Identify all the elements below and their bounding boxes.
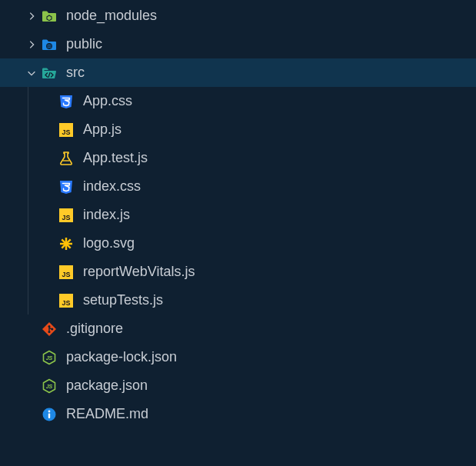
file-explorer-tree: node_modulespublicsrcApp.cssJSApp.jsApp.… (0, 2, 476, 428)
indent-guide (28, 172, 28, 201)
tree-item-label: logo.svg (83, 235, 135, 251)
indent-guide (28, 144, 28, 172)
svg-icon (58, 236, 74, 251)
svg-point-9 (65, 242, 68, 245)
tree-item-package-json[interactable]: JSpackage.json (0, 371, 476, 400)
js-icon: JS (58, 208, 74, 223)
tree-item-app-test-js[interactable]: App.test.js (0, 144, 476, 172)
js-icon: JS (58, 293, 74, 308)
info-icon (42, 407, 57, 422)
tree-item-logo-svg[interactable]: logo.svg (0, 229, 476, 258)
tree-item-label: App.js (83, 121, 121, 138)
indent-guide (28, 229, 28, 258)
svg-rect-21 (48, 413, 50, 418)
svg-point-15 (48, 331, 51, 333)
test-icon (58, 151, 74, 166)
tree-item-index-css[interactable]: index.css (0, 172, 476, 201)
svg-text:JS: JS (62, 128, 70, 135)
indent-guide (28, 115, 28, 144)
indent-guide (28, 258, 28, 286)
folder-public-icon (42, 37, 57, 52)
tree-item-public[interactable]: public (0, 30, 476, 58)
svg-text:JS: JS (46, 384, 53, 389)
svg-point-14 (48, 325, 51, 328)
tree-item-label: README.md (66, 406, 148, 422)
tree-item-readme-md[interactable]: README.md (0, 400, 476, 428)
tree-item-label: index.css (83, 178, 141, 195)
indent-guide (28, 87, 28, 115)
tree-item-label: public (66, 36, 102, 52)
tree-item-src[interactable]: src (0, 58, 476, 87)
svg-point-20 (48, 410, 51, 412)
svg-text:JS: JS (62, 213, 70, 221)
folder-node-icon (42, 8, 57, 24)
tree-item-setuptests-js[interactable]: JSsetupTests.js (0, 286, 476, 315)
js-icon: JS (58, 122, 74, 138)
tree-item-label: App.test.js (83, 150, 148, 166)
tree-item-label: package-lock.json (66, 349, 177, 365)
nodejs-icon: JS (42, 350, 57, 365)
tree-item-app-js[interactable]: JSApp.js (0, 115, 476, 144)
tree-item-label: reportWebVitals.js (83, 264, 195, 280)
indent-guide (28, 201, 28, 229)
tree-item-label: node_modules (66, 8, 157, 24)
tree-item-index-js[interactable]: JSindex.js (0, 201, 476, 229)
css-icon (58, 179, 74, 195)
indent-guide (28, 286, 28, 315)
tree-item-app-css[interactable]: App.css (0, 87, 476, 115)
js-icon: JS (58, 265, 74, 280)
tree-item-reportwebvitals-js[interactable]: JSreportWebVitals.js (0, 258, 476, 286)
tree-item-label: App.css (83, 93, 132, 109)
svg-text:JS: JS (62, 298, 70, 306)
tree-item-label: setupTests.js (83, 292, 163, 308)
tree-item-label: src (66, 65, 85, 81)
tree-item-label: package.json (66, 378, 148, 394)
svg-text:JS: JS (46, 355, 53, 361)
tree-item-label: .gitignore (66, 321, 123, 337)
chevron-right-icon[interactable] (26, 11, 37, 22)
chevron-down-icon[interactable] (26, 68, 37, 78)
nodejs-icon: JS (42, 378, 57, 394)
svg-text:JS: JS (62, 270, 70, 278)
chevron-right-icon[interactable] (26, 39, 37, 50)
css-icon (58, 94, 74, 109)
tree-item--gitignore[interactable]: .gitignore (0, 315, 476, 343)
folder-src-open-icon (42, 65, 57, 81)
tree-item-label: index.js (83, 207, 130, 223)
git-icon (42, 321, 57, 337)
tree-item-node-modules[interactable]: node_modules (0, 2, 476, 30)
tree-item-package-lock-json[interactable]: JSpackage-lock.json (0, 343, 476, 371)
